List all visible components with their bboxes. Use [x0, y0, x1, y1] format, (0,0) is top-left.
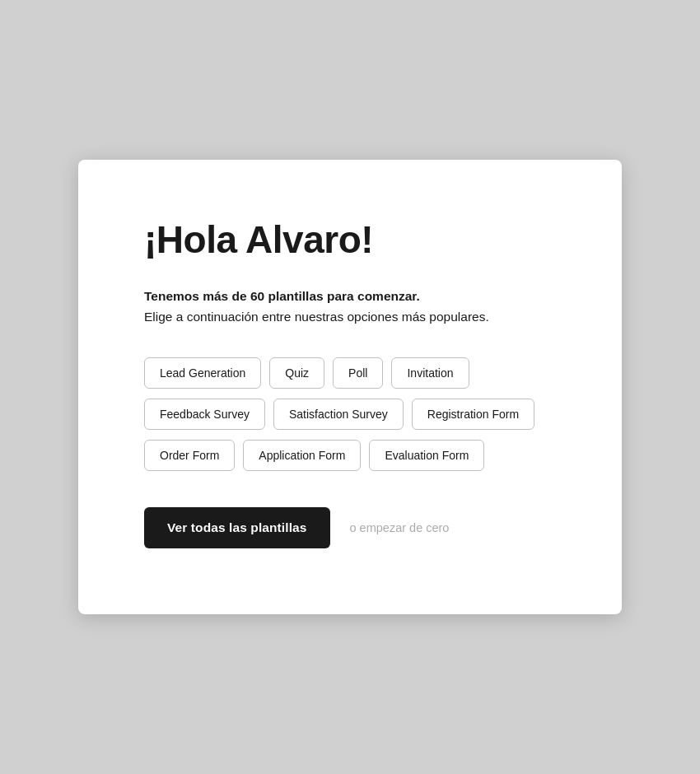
tag-quiz[interactable]: Quiz — [269, 357, 324, 389]
tags-container: Lead Generation Quiz Poll Invitation Fee… — [144, 357, 556, 471]
tag-feedback-survey[interactable]: Feedback Survey — [144, 399, 265, 430]
main-card: ¡Hola Alvaro! Tenemos más de 60 plantill… — [78, 160, 622, 614]
tag-lead-generation[interactable]: Lead Generation — [144, 357, 261, 389]
start-from-scratch-link[interactable]: o empezar de cero — [350, 521, 450, 534]
greeting-heading: ¡Hola Alvaro! — [144, 217, 556, 262]
view-all-templates-button[interactable]: Ver todas las plantillas — [144, 507, 330, 548]
tags-row-3: Order Form Application Form Evaluation F… — [144, 440, 556, 471]
tags-row-1: Lead Generation Quiz Poll Invitation — [144, 357, 556, 389]
tag-evaluation-form[interactable]: Evaluation Form — [369, 440, 484, 471]
tag-order-form[interactable]: Order Form — [144, 440, 235, 471]
tag-application-form[interactable]: Application Form — [243, 440, 361, 471]
tag-invitation[interactable]: Invitation — [391, 357, 469, 389]
actions-row: Ver todas las plantillas o empezar de ce… — [144, 507, 556, 548]
subtitle-line2: Elige a continuación entre nuestras opci… — [144, 307, 556, 328]
tag-registration-form[interactable]: Registration Form — [412, 399, 534, 430]
tag-satisfaction-survey[interactable]: Satisfaction Survey — [273, 399, 404, 430]
subtitle-block: Tenemos más de 60 plantillas para comenz… — [144, 287, 556, 328]
subtitle-line1: Tenemos más de 60 plantillas para comenz… — [144, 287, 556, 307]
tags-row-2: Feedback Survey Satisfaction Survey Regi… — [144, 399, 556, 430]
tag-poll[interactable]: Poll — [333, 357, 383, 389]
